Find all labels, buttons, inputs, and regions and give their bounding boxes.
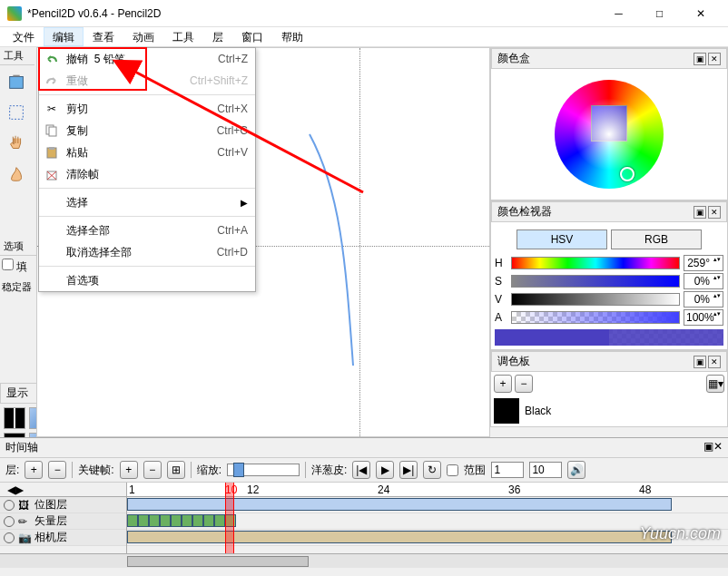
sat-value[interactable]: 0% xyxy=(684,273,723,289)
menu-paste[interactable]: 粘贴 Ctrl+V xyxy=(39,142,255,163)
timeline-ruler[interactable]: 1 10 12 24 36 48 xyxy=(127,483,728,497)
colorbox-title: 颜色盒 xyxy=(497,51,530,66)
loop-button[interactable]: ↻ xyxy=(423,461,441,479)
fill-option[interactable]: 填 xyxy=(0,256,36,278)
all-layers-toggle[interactable]: ◀▶ xyxy=(7,483,24,496)
edit-menu-dropdown: 撤销 5 铅笔 Ctrl+Z 重做 Ctrl+Shift+Z ✂ 剪切 Ctrl… xyxy=(38,47,256,292)
palette-undock-icon[interactable]: ▣ xyxy=(694,356,706,368)
timeline-title: 时间轴 xyxy=(5,440,38,455)
add-layer-button[interactable]: + xyxy=(25,461,43,479)
color-preview xyxy=(495,329,723,346)
mirror-h-button[interactable] xyxy=(4,407,25,429)
timeline-undock-icon[interactable]: ▣ xyxy=(703,440,713,453)
duplicate-keyframe-button[interactable]: ⊞ xyxy=(167,461,185,479)
hue-ring-handle[interactable] xyxy=(620,167,635,181)
menu-help[interactable]: 帮助 xyxy=(272,27,312,46)
playhead[interactable] xyxy=(225,483,234,553)
palette-item-black[interactable]: Black xyxy=(491,395,727,426)
smudge-tool[interactable] xyxy=(2,160,31,189)
palette-view-button[interactable]: ▦▾ xyxy=(706,375,724,393)
inspector-undock-icon[interactable]: ▣ xyxy=(694,206,706,219)
zoom-slider[interactable] xyxy=(227,464,300,476)
color-wheel[interactable] xyxy=(555,80,664,189)
hue-value[interactable]: 259° xyxy=(684,255,723,271)
eye-icon[interactable] xyxy=(4,516,15,527)
menu-preferences[interactable]: 首选项 xyxy=(39,269,255,291)
close-button[interactable]: ✕ xyxy=(680,0,721,27)
inspector-close-icon[interactable]: ✕ xyxy=(708,206,721,219)
range-checkbox[interactable] xyxy=(447,464,458,476)
palette-item-label: Black xyxy=(525,405,551,417)
range-to-input[interactable]: 10 xyxy=(529,462,562,478)
zoom-label: 缩放: xyxy=(197,463,221,478)
clear-tool[interactable] xyxy=(2,67,31,96)
sat-slider[interactable] xyxy=(511,275,680,288)
menu-undo[interactable]: 撤销 5 铅笔 Ctrl+Z xyxy=(39,48,255,70)
remove-keyframe-button[interactable]: − xyxy=(143,461,162,479)
svg-rect-1 xyxy=(10,106,24,120)
menu-file[interactable]: 文件 xyxy=(4,27,44,46)
add-keyframe-button[interactable]: + xyxy=(120,461,138,479)
layer-vector[interactable]: ✏矢量层 xyxy=(0,513,126,530)
eye-icon[interactable] xyxy=(4,500,15,511)
hue-label: H xyxy=(495,257,507,269)
palette-title: 调色板 xyxy=(497,354,530,369)
menu-layers[interactable]: 层 xyxy=(203,27,232,46)
menubar: 文件 编辑 查看 动画 工具 层 窗口 帮助 xyxy=(0,27,728,47)
options-title: 选项 xyxy=(0,238,36,256)
menu-deselect-all[interactable]: 取消选择全部 Ctrl+D xyxy=(39,241,255,263)
tab-hsv[interactable]: HSV xyxy=(516,229,607,249)
palette-add-button[interactable]: + xyxy=(494,375,512,393)
timeline-close-icon[interactable]: ✕ xyxy=(713,440,723,453)
hue-slider[interactable] xyxy=(511,257,680,269)
alpha-slider[interactable] xyxy=(511,311,680,324)
val-slider[interactable] xyxy=(511,293,680,306)
options-dock: 选项 填 稳定器 xyxy=(0,238,36,297)
palette-close-icon[interactable]: ✕ xyxy=(708,356,721,368)
menu-window[interactable]: 窗口 xyxy=(232,27,272,46)
menu-edit[interactable]: 编辑 xyxy=(44,27,84,46)
palette-remove-button[interactable]: − xyxy=(515,375,533,393)
track-vector[interactable] xyxy=(127,513,728,530)
layer-camera[interactable]: 📷相机层 xyxy=(0,530,126,546)
camera-layer-icon: 📷 xyxy=(18,532,31,544)
inspector-title: 颜色检视器 xyxy=(497,204,552,220)
track-bitmap[interactable] xyxy=(127,497,728,513)
play-last-button[interactable]: ▶| xyxy=(399,461,418,479)
fill-checkbox[interactable] xyxy=(2,259,14,270)
color-inspector-panel: 颜色检视器 ▣✕ HSV RGB H 259° S 0% xyxy=(490,200,728,350)
remove-layer-button[interactable]: − xyxy=(48,461,66,479)
minimize-button[interactable]: ─ xyxy=(598,0,639,27)
timeline-layer-list: ◀▶ 🖼位图层 ✏矢量层 📷相机层 xyxy=(0,483,127,553)
maximize-button[interactable]: □ xyxy=(639,0,680,27)
colorbox-close-icon[interactable]: ✕ xyxy=(708,53,721,65)
layer-bitmap[interactable]: 🖼位图层 xyxy=(0,497,126,513)
play-first-button[interactable]: |◀ xyxy=(352,461,370,479)
timeline-scrollbar[interactable] xyxy=(0,553,728,568)
colorbox-undock-icon[interactable]: ▣ xyxy=(694,53,706,65)
sound-button[interactable]: 🔊 xyxy=(567,461,585,479)
sat-label: S xyxy=(495,275,507,288)
menu-animation[interactable]: 动画 xyxy=(123,27,163,46)
play-button[interactable]: ▶ xyxy=(376,461,394,479)
menu-redo: 重做 Ctrl+Shift+Z xyxy=(39,70,255,92)
track-camera[interactable] xyxy=(127,530,728,546)
menu-clear-frame[interactable]: 清除帧 xyxy=(39,163,255,185)
tab-rgb[interactable]: RGB xyxy=(611,229,702,249)
hand-tool[interactable] xyxy=(2,129,31,158)
alpha-value[interactable]: 100% xyxy=(684,309,723,326)
val-value[interactable]: 0% xyxy=(684,291,723,308)
menu-select-all[interactable]: 选择全部 Ctrl+A xyxy=(39,220,255,241)
eye-icon[interactable] xyxy=(4,532,15,543)
range-from-input[interactable]: 1 xyxy=(491,462,524,478)
select-tool[interactable] xyxy=(2,98,31,127)
app-logo-icon xyxy=(7,6,22,21)
timeline-tracks[interactable]: 1 10 12 24 36 48 xyxy=(127,483,728,553)
menu-cut[interactable]: ✂ 剪切 Ctrl+X xyxy=(39,98,255,120)
color-swatch[interactable] xyxy=(591,105,627,142)
layers-label: 层: xyxy=(5,463,19,478)
menu-tools[interactable]: 工具 xyxy=(163,27,203,46)
menu-select-submenu[interactable]: 选择 ▶ xyxy=(39,191,255,213)
menu-view[interactable]: 查看 xyxy=(84,27,123,46)
menu-copy[interactable]: 复制 Ctrl+C xyxy=(39,120,255,142)
